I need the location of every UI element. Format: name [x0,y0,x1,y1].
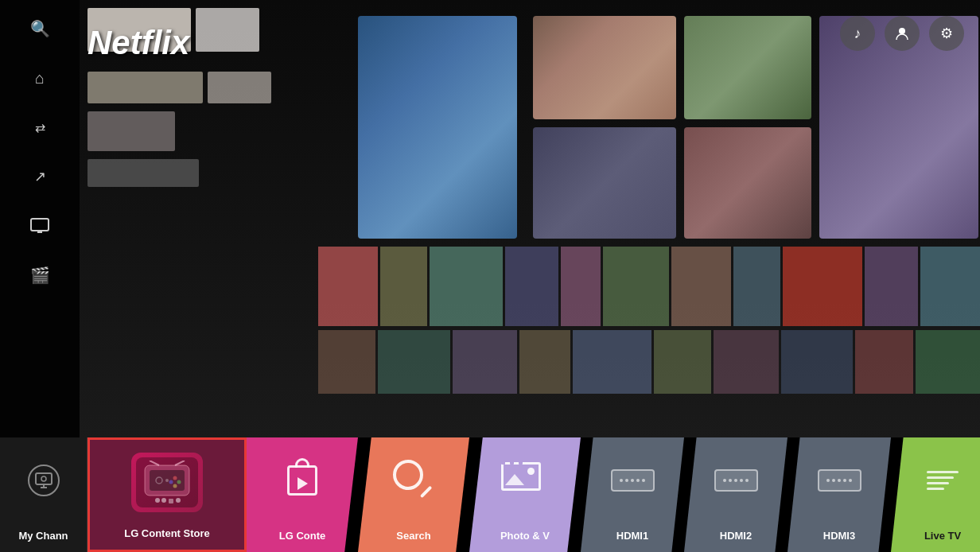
taskbar-item-mychannel[interactable]: My Chann [0,437,88,552]
taskbar-item-livetv[interactable]: Live TV [891,437,980,552]
hdmi3-label: HDMI3 [823,530,855,542]
antenna-icon [927,471,959,490]
svg-point-5 [41,476,46,481]
svg-rect-12 [169,499,173,503]
hdmi2-label: HDMI2 [720,530,752,542]
taskbar-item-lg-store[interactable]: LG Content Store [88,437,247,552]
svg-point-18 [173,476,177,480]
hdmi2-icon [714,469,758,492]
sidebar-home-icon[interactable]: ⌂ [27,65,52,91]
svg-point-19 [169,480,173,484]
lg-store-label: LG Content Store [124,527,210,540]
sidebar-shuffle-icon[interactable]: ⇄ [27,115,52,140]
svg-point-20 [177,480,181,484]
svg-line-14 [150,461,159,465]
livetv-label: Live TV [924,530,961,542]
main-background [0,0,980,437]
svg-point-10 [155,498,160,503]
svg-point-21 [173,484,177,488]
sidebar-monitor-icon[interactable] [27,213,52,239]
svg-point-11 [161,498,166,503]
user-button[interactable] [885,16,920,51]
mychannel-label: My Chann [18,530,68,542]
taskbar-item-hdmi3[interactable]: HDMI3 [788,437,891,552]
svg-point-3 [899,28,905,34]
content-blocks [80,0,980,437]
hdmi1-icon [611,469,655,492]
taskbar-item-search[interactable]: Search [358,437,469,552]
taskbar-item-hdmi1[interactable]: HDMI1 [581,437,684,552]
hdmi3-icon [818,469,861,492]
taskbar-item-lg-store-2[interactable]: LG Conte [247,437,358,552]
top-right-icons: ♪ ⚙ [840,16,964,51]
svg-rect-4 [36,473,52,484]
svg-rect-0 [31,219,49,231]
photo-label: Photo & V [500,530,550,542]
search-icon [393,460,434,501]
lg-store2-label: LG Conte [279,530,326,542]
sidebar-film-icon[interactable]: 🎬 [27,262,52,288]
taskbar: My Chann [0,437,980,552]
mychannel-icon [28,465,60,496]
sidebar-trending-icon[interactable]: ↗ [27,164,52,189]
store-bag-icon [282,461,322,500]
taskbar-item-hdmi2[interactable]: HDMI2 [684,437,788,552]
settings-button[interactable]: ⚙ [929,16,964,51]
svg-line-15 [175,461,185,465]
music-button[interactable]: ♪ [840,16,875,51]
taskbar-item-photo[interactable]: Photo & V [469,437,581,552]
sidebar-search-icon[interactable]: 🔍 [27,16,52,41]
photo-icon [501,462,549,499]
svg-point-16 [165,479,169,482]
netflix-logo: Netflix [88,24,189,62]
svg-point-13 [176,498,181,503]
lg-store-icon [131,453,203,512]
sidebar: 🔍 ⌂ ⇄ ↗ 🎬 [0,0,80,437]
search-label: Search [396,530,430,542]
hdmi1-label: HDMI1 [616,530,648,542]
